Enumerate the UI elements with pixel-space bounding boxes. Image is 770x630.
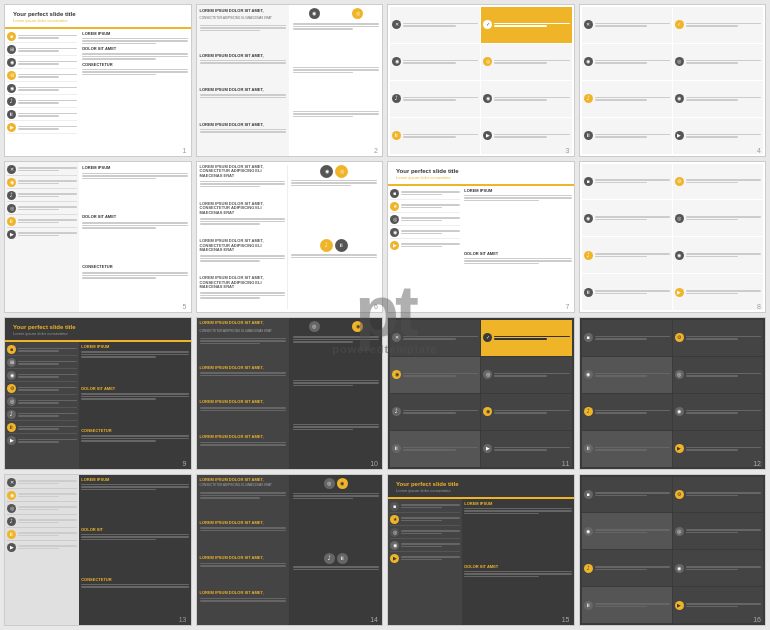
slide-number-3: 3 [566, 147, 570, 154]
slide-thumb-3[interactable]: ✕ ✓ ◉ ◎ ⤴ [387, 4, 575, 157]
slide-1-title: Your perfect slide title [9, 8, 187, 18]
slide-thumb-2[interactable]: LOREM IPSUM DOLOR SIT AMET, CONSECTETUR … [196, 4, 384, 157]
slide-thumb-10[interactable]: LOREM IPSUM DOLOR SIT AMET, CONSECTETUR … [196, 317, 384, 470]
lorem-title: CONSECTETUR [82, 63, 187, 68]
icon-item: ⤴ [7, 96, 77, 108]
slide-1-header: Your perfect slide title Lorem ipsum dol… [5, 5, 191, 29]
slide-thumb-7[interactable]: Your perfect slide title Lorem ipsum dol… [387, 161, 575, 314]
slide-thumb-9[interactable]: Your perfect slide title Lorem ipsum dol… [4, 317, 192, 470]
icon-item: ⚙ [7, 70, 77, 82]
slide-number-5: 5 [183, 303, 187, 310]
slide-number-4: 4 [757, 147, 761, 154]
slide-thumb-1[interactable]: Your perfect slide title Lorem ipsum dol… [4, 4, 192, 157]
slide-thumb-16[interactable]: ■ ⚙ ◉ ◎ ⤴ [579, 474, 767, 627]
slide-thumb-8[interactable]: ■ ⚙ ◉ ◎ ⤴ [579, 161, 767, 314]
slide-1-content: LOREM IPSUM DOLOR SIT AMET CONSECTETUR [79, 29, 190, 155]
slide-9-subtitle: Lorem ipsum dolor consectetur [9, 331, 187, 338]
slide-15-subtitle: Lorem ipsum dolor consectetur [392, 488, 570, 495]
slide-thumb-15[interactable]: Your perfect slide title Lorem ipsum dol… [387, 474, 575, 627]
slide-thumb-11[interactable]: ✕ ✓ ◉ ◎ ⤴ [387, 317, 575, 470]
slide-number-16: 16 [753, 616, 761, 623]
slides-grid: Your perfect slide title Lorem ipsum dol… [0, 0, 770, 630]
icon-item: ▶ [7, 122, 77, 134]
slide-thumb-14[interactable]: LOREM IPSUM DOLOR SIT AMET, CONSECTETUR … [196, 474, 384, 627]
slide-number-12: 12 [753, 460, 761, 467]
icon-item: ⊞ [7, 44, 77, 56]
icon-item: ⏸ [7, 109, 77, 121]
slide-number-13: 13 [179, 616, 187, 623]
slide-15-title: Your perfect slide title [392, 478, 570, 488]
slide-number-10: 10 [370, 460, 378, 467]
lorem-title: LOREM IPSUM [82, 32, 187, 37]
icon-item: ◉ [7, 83, 77, 95]
slide-number-7: 7 [566, 303, 570, 310]
slide-9-title: Your perfect slide title [9, 321, 187, 331]
slide-number-6: 6 [374, 303, 378, 310]
slide-number-14: 14 [370, 616, 378, 623]
slide-thumb-12[interactable]: ■ ⚙ ◉ ◎ ⤴ [579, 317, 767, 470]
icon-item: ■ [7, 31, 77, 43]
icon-item: ◉ [7, 57, 77, 69]
slide-number-15: 15 [562, 616, 570, 623]
slide-7-subtitle: Lorem ipsum dolor consectetur [392, 175, 570, 182]
slide-thumb-6[interactable]: LOREM IPSUM DOLOR SIT AMET, CONSECTETUR … [196, 161, 384, 314]
slide-number-11: 11 [562, 460, 570, 467]
lorem-title: DOLOR SIT AMET [82, 47, 187, 52]
slide-thumb-13[interactable]: ✕ ◉ ◎ ⤴ ⏸ [4, 474, 192, 627]
slide-number-1: 1 [183, 147, 187, 154]
slide-number-8: 8 [757, 303, 761, 310]
slide-number-9: 9 [183, 460, 187, 467]
slide-thumb-5[interactable]: ✕ ◉ ⤴ ◎ [4, 161, 192, 314]
slide-1-subtitle: Lorem ipsum dolor consectetur [9, 18, 187, 25]
slide-thumb-4[interactable]: ✕ ✓ ◉ ◎ ⤴ [579, 4, 767, 157]
slide-7-title: Your perfect slide title [392, 165, 570, 175]
slide-number-2: 2 [374, 147, 378, 154]
